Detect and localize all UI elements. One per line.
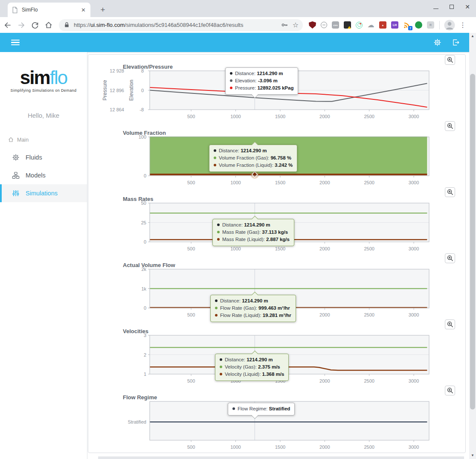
address-bar[interactable]: https://ui.sim-flo.com/simulations/5c914… xyxy=(59,19,303,31)
svg-text:25: 25 xyxy=(141,220,146,225)
tab-close-icon[interactable]: ✕ xyxy=(80,7,87,13)
target-rings-extension-icon[interactable] xyxy=(356,22,363,29)
ublock-origin-extension-icon[interactable] xyxy=(309,21,316,29)
reload-button[interactable] xyxy=(29,19,41,31)
reload-icon xyxy=(31,21,39,29)
zoom-in-chart-button[interactable] xyxy=(445,55,455,65)
zoom-in-chart-button[interactable] xyxy=(445,253,455,263)
svg-text:1500: 1500 xyxy=(275,180,285,185)
sidebar-item-fluids[interactable]: Fluids xyxy=(0,148,87,166)
url-host: ui.sim-flo.com xyxy=(90,22,125,28)
svg-text:-8: -8 xyxy=(139,107,144,112)
tooltip-row: Volume Fraction (Gas): 96.758 % xyxy=(214,154,293,162)
svg-text:500: 500 xyxy=(187,246,195,251)
green-dot-extension-icon[interactable] xyxy=(415,21,422,29)
nav-section-label: Main xyxy=(17,137,29,143)
series-dot-icon xyxy=(220,373,222,375)
series-dot-icon xyxy=(215,299,218,302)
tooltip-row: Distance: 1214.290 m xyxy=(220,356,284,363)
series-dot-icon xyxy=(230,72,232,75)
zoom-in-chart-button[interactable] xyxy=(445,320,455,329)
adobe-acrobat-extension-icon[interactable]: ▲ xyxy=(379,21,386,29)
svg-text:1k: 1k xyxy=(141,286,146,291)
svg-text:2500: 2500 xyxy=(364,246,374,251)
svg-text:1000: 1000 xyxy=(230,114,241,119)
series-dot-icon xyxy=(214,157,216,159)
settings-gear-icon[interactable] xyxy=(433,38,441,46)
svg-text:2000: 2000 xyxy=(319,444,330,450)
magnifier-plus-icon xyxy=(447,255,454,262)
sidebar-nav: Main Fluids Models Simulations xyxy=(0,52,87,459)
svg-text:2000: 2000 xyxy=(319,180,330,185)
new-tab-button[interactable]: + xyxy=(97,4,108,15)
forward-arrow-icon xyxy=(17,21,26,29)
chart-block-actual-volume-flow: Actual Volume Flow5001000150020002500300… xyxy=(88,253,465,320)
zoom-in-chart-button[interactable] xyxy=(445,121,455,131)
dark-grid-extension-icon[interactable] xyxy=(344,21,351,29)
magnifier-plus-icon xyxy=(447,122,454,130)
svg-text:3: 3 xyxy=(144,333,146,338)
tooltip-row: Flow Regime: Stratified xyxy=(232,405,290,413)
tooltip-row: Velocity (Gas): 2.375 m/s xyxy=(220,363,284,371)
next-section-peek xyxy=(98,456,464,459)
svg-text:12 864: 12 864 xyxy=(110,107,124,112)
zoom-in-chart-button[interactable] xyxy=(445,386,455,395)
magnifier-plus-icon xyxy=(447,189,454,196)
scrollbar-thumb[interactable] xyxy=(470,74,475,410)
browser-window: SimFlo ✕ + ✕ https://ui.sim-flo.com/simu… xyxy=(0,0,476,459)
window-close-button[interactable]: ✕ xyxy=(465,4,470,10)
svg-text:3000: 3000 xyxy=(409,312,419,317)
forward-button[interactable] xyxy=(15,19,27,31)
svg-text:500: 500 xyxy=(187,114,195,119)
back-button[interactable] xyxy=(2,19,14,31)
sidebar: simflo Simplifying Simulations on Demand… xyxy=(0,52,87,459)
svg-text:2000: 2000 xyxy=(319,114,330,119)
nav-section-main: Main xyxy=(8,137,29,143)
zoom-in-chart-button[interactable] xyxy=(445,187,455,197)
tooltip-row: Pressure: 12892.025 kPag xyxy=(230,84,293,92)
browser-menu-icon[interactable]: ⋮ xyxy=(459,21,467,29)
privacy-ring-extension-icon[interactable] xyxy=(321,22,327,28)
scroll-down-arrow[interactable]: ▼ xyxy=(469,452,476,459)
series-dot-icon xyxy=(214,164,216,166)
charts-container: Elevation/Pressure5001000150020002500300… xyxy=(88,55,465,453)
svg-text:Elevation: Elevation xyxy=(128,80,134,101)
home-icon xyxy=(8,137,14,143)
window-maximize-button[interactable] xyxy=(450,4,454,10)
svg-text:0: 0 xyxy=(144,239,146,244)
browser-tab-strip: SimFlo ✕ + ✕ xyxy=(0,0,476,17)
lock-icon xyxy=(63,21,70,29)
series-dot-icon xyxy=(214,149,216,152)
chart-tooltip: Distance: 1214.290 mMass Rate (Gas): 37.… xyxy=(212,219,294,246)
tab-title: SimFlo xyxy=(22,7,80,13)
svg-text:3000: 3000 xyxy=(409,180,419,185)
chart-block-mass-rates: Mass Rates5001000150020002500300050250Di… xyxy=(88,187,465,253)
extensions-row: css☁▲LH7R xyxy=(309,21,434,29)
svg-text:2500: 2500 xyxy=(364,114,374,119)
svg-text:0: 0 xyxy=(141,88,144,93)
svg-text:100: 100 xyxy=(139,134,146,139)
url-text[interactable]: https://ui.sim-flo.com/simulations/5c914… xyxy=(74,22,281,28)
series-dot-icon xyxy=(230,79,232,82)
cloud-extension-icon[interactable]: ☁ xyxy=(367,21,374,29)
page-scrollbar[interactable]: ▲ ▼ xyxy=(469,33,476,459)
svg-text:3000: 3000 xyxy=(409,378,419,383)
window-minimize-button[interactable] xyxy=(433,4,438,10)
chart-tooltip: Distance: 1214.290 mElevation: -3.096 mP… xyxy=(225,67,298,95)
logout-icon[interactable] xyxy=(452,38,460,46)
scroll-up-arrow[interactable]: ▲ xyxy=(469,33,476,40)
reader-extension-icon[interactable]: R xyxy=(427,21,434,29)
bookmark-star-icon[interactable]: ☆ xyxy=(293,21,299,29)
profile-avatar[interactable] xyxy=(444,20,455,31)
password-key-icon[interactable] xyxy=(281,21,288,29)
home-button[interactable] xyxy=(43,19,55,31)
css-extension-icon[interactable]: css xyxy=(332,21,339,29)
svg-text:2500: 2500 xyxy=(364,180,374,185)
menu-hamburger-icon[interactable] xyxy=(11,38,20,47)
lighthouse-extension-icon[interactable]: LH xyxy=(391,21,398,29)
rss-feed-extension-icon[interactable]: 7 xyxy=(403,21,410,29)
browser-tab[interactable]: SimFlo ✕ xyxy=(8,3,90,17)
sidebar-item-models[interactable]: Models xyxy=(0,166,87,184)
tooltip-row: Mass Rate (Gas): 37.113 kg/s xyxy=(217,229,290,236)
sidebar-item-simulations[interactable]: Simulations xyxy=(0,184,87,202)
